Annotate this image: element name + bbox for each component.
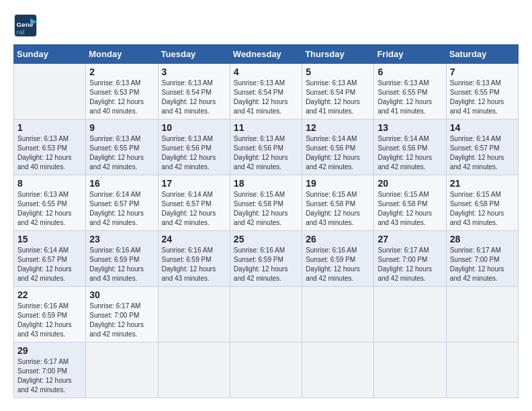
day-number: 2 (89, 66, 154, 77)
calendar-cell: 30Sunrise: 6:17 AM Sunset: 7:00 PM Dayli… (86, 287, 158, 342)
calendar-cell: 1Sunrise: 6:13 AM Sunset: 6:53 PM Daylig… (14, 120, 86, 175)
calendar-week-row: 8Sunrise: 6:13 AM Sunset: 6:55 PM Daylig… (14, 175, 519, 231)
calendar-cell (14, 64, 86, 120)
calendar-cell: 23Sunrise: 6:16 AM Sunset: 6:59 PM Dayli… (86, 231, 158, 287)
calendar-header-row: SundayMondayTuesdayWednesdayThursdayFrid… (14, 45, 519, 64)
calendar-cell: 28Sunrise: 6:17 AM Sunset: 7:00 PM Dayli… (446, 231, 518, 287)
day-info: Sunrise: 6:13 AM Sunset: 6:55 PM Dayligh… (17, 190, 82, 228)
day-info: Sunrise: 6:13 AM Sunset: 6:56 PM Dayligh… (234, 134, 298, 172)
day-info: Sunrise: 6:15 AM Sunset: 6:58 PM Dayligh… (306, 190, 370, 228)
day-info: Sunrise: 6:14 AM Sunset: 6:56 PM Dayligh… (378, 134, 442, 172)
day-number: 9 (89, 122, 154, 133)
day-info: Sunrise: 6:17 AM Sunset: 7:00 PM Dayligh… (378, 246, 442, 283)
calendar-cell: 20Sunrise: 6:15 AM Sunset: 6:58 PM Dayli… (374, 175, 446, 231)
day-info: Sunrise: 6:16 AM Sunset: 6:59 PM Dayligh… (17, 302, 82, 339)
calendar-cell (230, 287, 302, 342)
calendar-cell: 12Sunrise: 6:14 AM Sunset: 6:56 PM Dayli… (302, 120, 374, 175)
calendar-cell: 7Sunrise: 6:13 AM Sunset: 6:55 PM Daylig… (446, 64, 518, 120)
day-number: 25 (234, 234, 298, 244)
column-header-sunday: Sunday (14, 45, 86, 64)
calendar-week-row: 1Sunrise: 6:13 AM Sunset: 6:53 PM Daylig… (14, 120, 519, 175)
calendar-cell (230, 342, 302, 398)
day-info: Sunrise: 6:13 AM Sunset: 6:55 PM Dayligh… (89, 134, 154, 172)
calendar-cell: 13Sunrise: 6:14 AM Sunset: 6:56 PM Dayli… (374, 120, 446, 175)
day-info: Sunrise: 6:13 AM Sunset: 6:54 PM Dayligh… (306, 79, 370, 116)
day-info: Sunrise: 6:13 AM Sunset: 6:53 PM Dayligh… (89, 79, 154, 116)
calendar-cell (446, 342, 518, 398)
day-number: 24 (162, 234, 226, 244)
calendar-cell: 19Sunrise: 6:15 AM Sunset: 6:58 PM Dayli… (302, 175, 374, 231)
calendar-cell (158, 342, 230, 398)
day-info: Sunrise: 6:13 AM Sunset: 6:55 PM Dayligh… (378, 79, 442, 116)
svg-text:ral: ral (17, 28, 25, 36)
column-header-saturday: Saturday (446, 45, 518, 64)
calendar-cell (446, 287, 518, 342)
day-number: 23 (89, 234, 154, 244)
calendar-cell: 21Sunrise: 6:15 AM Sunset: 6:58 PM Dayli… (446, 175, 518, 231)
day-number: 16 (89, 178, 154, 189)
day-info: Sunrise: 6:15 AM Sunset: 6:58 PM Dayligh… (234, 190, 298, 228)
calendar-week-row: 2Sunrise: 6:13 AM Sunset: 6:53 PM Daylig… (14, 64, 519, 120)
day-number: 5 (306, 66, 370, 77)
calendar-cell: 3Sunrise: 6:13 AM Sunset: 6:54 PM Daylig… (158, 64, 230, 120)
day-info: Sunrise: 6:14 AM Sunset: 6:56 PM Dayligh… (306, 134, 370, 172)
day-info: Sunrise: 6:14 AM Sunset: 6:57 PM Dayligh… (162, 190, 226, 228)
day-number: 22 (17, 289, 82, 300)
calendar-cell: 14Sunrise: 6:14 AM Sunset: 6:57 PM Dayli… (446, 120, 518, 175)
calendar-week-row: 22Sunrise: 6:16 AM Sunset: 6:59 PM Dayli… (14, 287, 519, 342)
day-number: 3 (162, 66, 226, 77)
day-number: 1 (17, 122, 82, 133)
day-info: Sunrise: 6:17 AM Sunset: 7:00 PM Dayligh… (89, 302, 154, 339)
calendar-cell: 10Sunrise: 6:13 AM Sunset: 6:56 PM Dayli… (158, 120, 230, 175)
day-info: Sunrise: 6:13 AM Sunset: 6:53 PM Dayligh… (17, 134, 82, 172)
day-number: 18 (234, 178, 298, 189)
calendar-cell: 9Sunrise: 6:13 AM Sunset: 6:55 PM Daylig… (86, 120, 158, 175)
calendar-cell (302, 287, 374, 342)
day-number: 6 (378, 66, 442, 77)
calendar-cell: 6Sunrise: 6:13 AM Sunset: 6:55 PM Daylig… (374, 64, 446, 120)
calendar-cell: 15Sunrise: 6:14 AM Sunset: 6:57 PM Dayli… (14, 231, 86, 287)
day-info: Sunrise: 6:17 AM Sunset: 7:00 PM Dayligh… (17, 357, 82, 395)
day-number: 30 (89, 289, 154, 300)
day-info: Sunrise: 6:16 AM Sunset: 6:59 PM Dayligh… (234, 246, 298, 283)
day-info: Sunrise: 6:16 AM Sunset: 6:59 PM Dayligh… (306, 246, 370, 283)
day-info: Sunrise: 6:14 AM Sunset: 6:57 PM Dayligh… (17, 246, 82, 283)
day-number: 15 (17, 234, 82, 244)
logo: Gene ral (13, 13, 42, 38)
logo-icon: Gene ral (13, 13, 38, 38)
calendar-cell (374, 287, 446, 342)
day-info: Sunrise: 6:13 AM Sunset: 6:55 PM Dayligh… (450, 79, 515, 116)
day-number: 11 (234, 122, 298, 133)
calendar-cell (158, 287, 230, 342)
calendar-cell: 22Sunrise: 6:16 AM Sunset: 6:59 PM Dayli… (14, 287, 86, 342)
calendar-week-row: 29Sunrise: 6:17 AM Sunset: 7:00 PM Dayli… (14, 342, 519, 398)
column-header-friday: Friday (374, 45, 446, 64)
column-header-wednesday: Wednesday (230, 45, 302, 64)
calendar-cell: 5Sunrise: 6:13 AM Sunset: 6:54 PM Daylig… (302, 64, 374, 120)
calendar-cell: 25Sunrise: 6:16 AM Sunset: 6:59 PM Dayli… (230, 231, 302, 287)
day-info: Sunrise: 6:16 AM Sunset: 6:59 PM Dayligh… (162, 246, 226, 283)
calendar-cell: 29Sunrise: 6:17 AM Sunset: 7:00 PM Dayli… (14, 342, 86, 398)
calendar-cell: 26Sunrise: 6:16 AM Sunset: 6:59 PM Dayli… (302, 231, 374, 287)
day-number: 4 (234, 66, 298, 77)
day-number: 14 (450, 122, 515, 133)
day-number: 27 (378, 234, 442, 244)
calendar-table: SundayMondayTuesdayWednesdayThursdayFrid… (13, 44, 519, 398)
column-header-monday: Monday (86, 45, 158, 64)
calendar-cell: 16Sunrise: 6:14 AM Sunset: 6:57 PM Dayli… (86, 175, 158, 231)
day-info: Sunrise: 6:15 AM Sunset: 6:58 PM Dayligh… (378, 190, 442, 228)
calendar-cell: 4Sunrise: 6:13 AM Sunset: 6:54 PM Daylig… (230, 64, 302, 120)
day-number: 13 (378, 122, 442, 133)
calendar-cell: 24Sunrise: 6:16 AM Sunset: 6:59 PM Dayli… (158, 231, 230, 287)
day-number: 7 (450, 66, 515, 77)
calendar-cell: 8Sunrise: 6:13 AM Sunset: 6:55 PM Daylig… (14, 175, 86, 231)
day-number: 29 (17, 345, 82, 356)
calendar-week-row: 15Sunrise: 6:14 AM Sunset: 6:57 PM Dayli… (14, 231, 519, 287)
day-info: Sunrise: 6:13 AM Sunset: 6:54 PM Dayligh… (234, 79, 298, 116)
day-info: Sunrise: 6:15 AM Sunset: 6:58 PM Dayligh… (450, 190, 515, 228)
day-info: Sunrise: 6:14 AM Sunset: 6:57 PM Dayligh… (89, 190, 154, 228)
calendar-cell (86, 342, 158, 398)
column-header-tuesday: Tuesday (158, 45, 230, 64)
day-number: 20 (378, 178, 442, 189)
calendar-cell: 17Sunrise: 6:14 AM Sunset: 6:57 PM Dayli… (158, 175, 230, 231)
